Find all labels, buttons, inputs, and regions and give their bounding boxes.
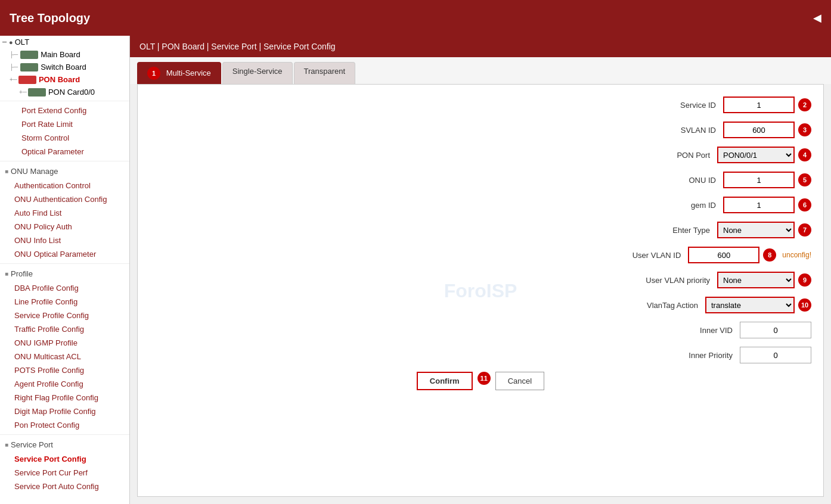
tab-multi-service[interactable]: 1 Multi-Service <box>137 62 221 84</box>
onu-id-row: ONU ID 5 <box>150 172 811 188</box>
vlantag-action-badge: 10 <box>798 298 811 312</box>
vlantag-action-label: VlanTag Action <box>610 301 705 310</box>
nav-port-rate-limit[interactable]: Port Rate Limit <box>0 117 129 131</box>
service-id-row: Service ID 2 <box>150 97 811 113</box>
expand-icon-service-port: ■ <box>5 441 8 448</box>
onu-id-input[interactable] <box>723 172 795 188</box>
device-icon-pon-card <box>28 88 46 97</box>
gem-id-row: gem ID 6 <box>150 197 811 213</box>
nav-onu-info-list[interactable]: ONU Info List <box>0 234 129 247</box>
user-vlan-priority-select[interactable]: None 012 345 67 <box>717 272 795 288</box>
service-id-label: Service ID <box>628 101 723 110</box>
nav-agent-profile-config[interactable]: Agent Profile Config <box>0 377 129 391</box>
user-vlan-priority-badge: 9 <box>798 273 811 287</box>
nav-onu-optical-parameter[interactable]: ONU Optical Parameter <box>0 247 129 261</box>
nav-service-profile-config[interactable]: Service Profile Config <box>0 309 129 322</box>
gem-id-control-wrap: 6 <box>723 197 811 213</box>
svlan-id-row: SVLAN ID 3 <box>150 122 811 138</box>
tab-transparent[interactable]: Transparent <box>294 62 356 84</box>
ehter-type-row: Ehter Type None IPv4 IPv6 PPPoE 7 <box>150 222 811 238</box>
nav-group-profile[interactable]: ■ Profile <box>0 266 129 281</box>
nav-optical-parameter[interactable]: Optical Parameter <box>0 145 129 158</box>
pon-port-badge: 4 <box>798 148 811 161</box>
user-vlan-priority-row: User VLAN priority None 012 345 67 9 <box>150 272 811 288</box>
nav-line-profile-config[interactable]: Line Profile Config <box>0 295 129 309</box>
nav-onu-auth-config[interactable]: ONU Authentication Config <box>0 192 129 206</box>
onu-manage-label: ONU Manage <box>11 167 58 176</box>
nav-service-port-cur-perf[interactable]: Service Port Cur Perf <box>0 466 129 480</box>
pon-port-label: PON Port <box>622 151 717 160</box>
vlantag-action-control-wrap: translate push pop none 10 <box>705 297 811 313</box>
nav-pon-protect-config[interactable]: Pon Protect Config <box>0 418 129 432</box>
device-icon-main <box>20 51 38 59</box>
nav-pots-profile-config[interactable]: POTS Profile Config <box>0 363 129 377</box>
sidebar-item-pon-board[interactable]: +─ PON Board <box>0 73 129 86</box>
sidebar-item-pon-card[interactable]: +─ PON Card0/0 <box>0 86 129 98</box>
svlan-id-label: SVLAN ID <box>628 126 723 135</box>
gem-id-input[interactable] <box>723 197 795 213</box>
cancel-button[interactable]: Cancel <box>495 372 544 390</box>
button-row: Confirm 11 Cancel <box>150 372 811 390</box>
inner-vid-control-wrap <box>740 322 811 338</box>
sidebar-item-main-board[interactable]: ├─ Main Board <box>0 48 129 61</box>
nav-storm-control[interactable]: Storm Control <box>0 131 129 145</box>
form-area: ForoISP Service ID 2 SVLAN ID 3 PON Por <box>137 84 824 497</box>
nav-group-onu-manage[interactable]: ■ ONU Manage <box>0 164 129 179</box>
onu-id-badge: 5 <box>798 173 811 186</box>
ehter-type-select[interactable]: None IPv4 IPv6 PPPoE <box>717 222 795 238</box>
ehter-type-control-wrap: None IPv4 IPv6 PPPoE 7 <box>717 222 811 238</box>
tabs-container: 1 Multi-Service Single-Service Transpare… <box>130 57 831 84</box>
nav-right-flag-profile-config[interactable]: Right Flag Profile Config <box>0 391 129 405</box>
svlan-id-control-wrap: 3 <box>723 122 811 138</box>
nav-authentication-control[interactable]: Authentication Control <box>0 179 129 192</box>
service-id-control-wrap: 2 <box>723 97 811 113</box>
collapse-icon[interactable]: ◀ <box>813 11 821 24</box>
onu-id-label: ONU ID <box>628 176 723 185</box>
service-id-input[interactable] <box>723 97 795 113</box>
tab-multi-service-badge: 1 <box>147 67 160 80</box>
svlan-id-input[interactable] <box>723 122 795 138</box>
sidebar-item-olt[interactable]: ─ ● OLT <box>0 36 129 48</box>
nav-port-extend-config[interactable]: Port Extend Config <box>0 104 129 117</box>
service-id-badge: 2 <box>798 98 811 111</box>
user-vlan-id-row: User VLAN ID 8 unconfig! <box>150 247 811 263</box>
nav-digit-map-profile-config[interactable]: Digit Map Profile Config <box>0 405 129 418</box>
service-port-label: Service Port <box>11 440 53 449</box>
pon-port-select[interactable]: PON0/0/1 PON0/0/2 PON0/0/3 <box>717 147 795 163</box>
nav-group-service-port[interactable]: ■ Service Port <box>0 437 129 452</box>
vlantag-action-row: VlanTag Action translate push pop none 1… <box>150 297 811 313</box>
vlantag-action-select[interactable]: translate push pop none <box>705 297 795 313</box>
ehter-type-label: Ehter Type <box>622 226 717 235</box>
nav-auto-find-list[interactable]: Auto Find List <box>0 206 129 220</box>
inner-priority-input[interactable] <box>740 347 811 363</box>
olt-icon: ● <box>9 39 13 46</box>
nav-service-port-auto-config[interactable]: Service Port Auto Config <box>0 480 129 493</box>
nav-onu-multicast-acl[interactable]: ONU Multicast ACL <box>0 350 129 363</box>
nav-onu-igmp-profile[interactable]: ONU IGMP Profile <box>0 336 129 350</box>
user-vlan-priority-label: User VLAN priority <box>622 276 717 285</box>
nav-traffic-profile-config[interactable]: Traffic Profile Config <box>0 322 129 336</box>
device-icon-pon <box>18 76 36 84</box>
user-vlan-id-label: User VLAN ID <box>593 251 688 260</box>
inner-vid-label: Inner VID <box>644 326 740 335</box>
nav-dba-profile-config[interactable]: DBA Profile Config <box>0 281 129 295</box>
nav-service-port-config[interactable]: Service Port Config <box>0 452 129 466</box>
tab-transparent-label: Transparent <box>304 67 346 76</box>
tab-single-service-label: Single-Service <box>232 67 283 76</box>
sidebar-item-switch-board[interactable]: ├─ Switch Board <box>0 61 129 73</box>
user-vlan-id-input[interactable] <box>688 247 759 263</box>
breadcrumb: OLT | PON Board | Service Port | Service… <box>130 36 831 57</box>
app-title: Tree Topology <box>10 11 90 25</box>
tab-single-service[interactable]: Single-Service <box>222 62 293 84</box>
nav-onu-policy-auth[interactable]: ONU Policy Auth <box>0 220 129 234</box>
profile-label: Profile <box>11 269 33 278</box>
tabs: 1 Multi-Service Single-Service Transpare… <box>137 62 824 84</box>
content-area: OLT | PON Board | Service Port | Service… <box>130 36 831 504</box>
inner-vid-input[interactable] <box>740 322 811 338</box>
confirm-button[interactable]: Confirm <box>417 372 473 390</box>
pon-port-row: PON Port PON0/0/1 PON0/0/2 PON0/0/3 4 <box>150 147 811 163</box>
pon-board-label: PON Board <box>39 75 80 84</box>
pon-card-label: PON Card0/0 <box>48 88 95 97</box>
sidebar: ─ ● OLT ├─ Main Board ├─ Switch Board +─… <box>0 36 130 504</box>
svlan-id-badge: 3 <box>798 123 811 136</box>
